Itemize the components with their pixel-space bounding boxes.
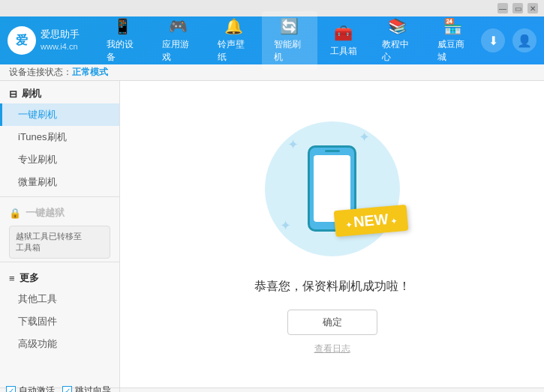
logo: 爱 爱思助手 www.i4.cn — [8, 26, 80, 55]
close-btn[interactable]: ✕ — [527, 3, 538, 13]
main-area: ⊟ 刷机 一键刷机 iTunes刷机 专业刷机 微量刷机 🔒 一键越狱 越狱工具… — [0, 81, 544, 388]
logo-text: 爱思助手 www.i4.cn — [41, 28, 80, 52]
content-area: ✦ ✦ ✦ NEW 恭喜您，保资料刷机成功啦！ 确定 查看日志 — [120, 81, 544, 388]
checkbox-group: ✓ 自动激活 ✓ 跳过向导 — [6, 385, 113, 392]
auto-activate-checkbox[interactable]: ✓ 自动激活 — [6, 385, 55, 392]
ringtone-icon: 🔔 — [224, 17, 243, 35]
bottom-right: ⏹ 阻止iTunes运行 V7.98.66 客服 微信公众号 检查更新 — [120, 388, 544, 392]
sidebar-download-firmware[interactable]: 下载固件 — [0, 310, 119, 333]
nav-ringtone-wallpaper[interactable]: 🔔 铃声壁纸 — [206, 11, 261, 70]
sidebar: ⊟ 刷机 一键刷机 iTunes刷机 专业刷机 微量刷机 🔒 一键越狱 越狱工具… — [0, 81, 120, 388]
tutorial-icon: 📚 — [388, 17, 407, 35]
sparkle-3: ✦ — [280, 217, 291, 234]
nav-tutorial[interactable]: 📚 教程中心 — [370, 11, 425, 70]
nav-apps-games[interactable]: 🎮 应用游戏 — [150, 11, 206, 70]
nav-smart-flash[interactable]: 🔄 智能刷机 — [262, 11, 317, 70]
sidebar-advanced[interactable]: 高级功能 — [0, 333, 119, 355]
phone-illustration: ✦ ✦ ✦ NEW — [257, 114, 407, 264]
nav-my-device[interactable]: 📱 我的设备 — [95, 11, 150, 70]
sparkle-1: ✦ — [287, 136, 299, 153]
lock-icon: 🔒 — [9, 208, 21, 219]
my-device-icon: 📱 — [113, 17, 132, 35]
nav-items: 📱 我的设备 🎮 应用游戏 🔔 铃声壁纸 🔄 智能刷机 🧰 工具箱 📚 教程中心… — [95, 11, 481, 70]
log-link[interactable]: 查看日志 — [314, 343, 350, 355]
sidebar-pro-flash[interactable]: 专业刷机 — [0, 148, 119, 171]
skip-wizard-box: ✓ — [62, 386, 72, 392]
confirm-button[interactable]: 确定 — [287, 310, 377, 335]
skip-wizard-checkbox[interactable]: ✓ 跳过向导 — [62, 385, 111, 392]
phone-notch — [325, 150, 340, 152]
apps-games-icon: 🎮 — [169, 17, 188, 35]
sidebar-jailbreak-header: 🔒 一键越狱 — [0, 200, 119, 223]
nav-weiduan-mall[interactable]: 🏪 威豆商城 — [425, 11, 481, 70]
minimize-btn[interactable]: — — [497, 3, 508, 13]
user-btn[interactable]: 👤 — [512, 28, 536, 52]
sidebar-itunes-flash[interactable]: iTunes刷机 — [0, 126, 119, 148]
sidebar-other-tools[interactable]: 其他工具 — [0, 288, 119, 310]
sidebar-divider-1 — [0, 196, 119, 197]
auto-activate-box: ✓ — [6, 386, 16, 392]
download-btn[interactable]: ⬇ — [481, 28, 505, 52]
smart-flash-icon: 🔄 — [280, 17, 299, 35]
sparkle-2: ✦ — [359, 129, 370, 145]
sidebar-one-key-flash[interactable]: 一键刷机 — [0, 103, 119, 126]
phone-circle-bg: ✦ ✦ ✦ NEW — [265, 121, 400, 256]
toolbox-icon: 🧰 — [334, 24, 353, 42]
sidebar-more-header: ≡ 更多 — [0, 265, 119, 288]
success-message: 恭喜您，保资料刷机成功啦！ — [254, 279, 410, 295]
logo-icon: 爱 — [8, 26, 36, 55]
flash-icon: ⊟ — [9, 88, 17, 100]
sidebar-divider-2 — [0, 262, 119, 262]
mall-icon: 🏪 — [443, 17, 462, 35]
sidebar-jailbreak-note: 越狱工具已转移至 工具箱 — [9, 226, 110, 259]
header: 爱 爱思助手 www.i4.cn 📱 我的设备 🎮 应用游戏 🔔 铃声壁纸 🔄 … — [0, 16, 544, 64]
maximize-btn[interactable]: ▭ — [512, 3, 523, 13]
bottom-left: ✓ 自动激活 ✓ 跳过向导 📱 iPhone 12 mini 64GB Down… — [0, 388, 120, 392]
sidebar-micro-flash[interactable]: 微量刷机 — [0, 171, 119, 193]
nav-toolbox[interactable]: 🧰 工具箱 — [317, 18, 370, 64]
header-right: ⬇ 👤 — [481, 28, 536, 52]
more-icon: ≡ — [9, 273, 15, 284]
sidebar-flash-header: ⊟ 刷机 — [0, 81, 119, 103]
bottom-bar: ✓ 自动激活 ✓ 跳过向导 📱 iPhone 12 mini 64GB Down… — [0, 388, 544, 392]
